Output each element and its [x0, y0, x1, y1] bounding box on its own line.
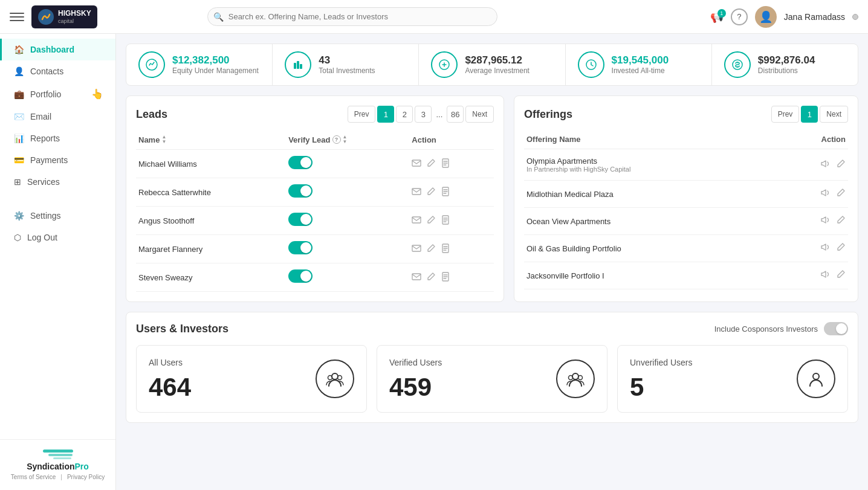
col-verify: Verify Lead ? ▲▼	[286, 130, 409, 150]
document-action-icon[interactable]	[441, 272, 450, 283]
edit-action-icon[interactable]	[426, 243, 436, 255]
offerings-page-1[interactable]: 1	[801, 106, 818, 123]
verify-toggle[interactable]	[288, 213, 313, 226]
offering-name: Olympia Apartments	[526, 156, 776, 166]
email-action-icon[interactable]	[412, 158, 421, 170]
envelope-icon: ✉️	[14, 112, 24, 121]
offering-name: Oil & Gas Building Portfolio	[526, 244, 776, 253]
email-action-icon[interactable]	[412, 187, 421, 198]
status-indicator	[852, 14, 858, 20]
users-header: Users & Investors Include Cosponsors Inv…	[136, 322, 848, 335]
leads-page-86[interactable]: 86	[447, 106, 464, 123]
sidebar: 🏠 Dashboard 👤 Contacts 💼 Portfolio 👆 ✉️ …	[0, 34, 116, 490]
leads-prev-button[interactable]: Prev	[348, 106, 376, 123]
sidebar-item-portfolio[interactable]: 💼 Portfolio 👆	[0, 82, 115, 106]
stat-investments: 43 Total Investments	[273, 44, 419, 85]
user-card-icon	[316, 359, 354, 398]
invested-label: Invested All-time	[612, 66, 669, 75]
document-action-icon[interactable]	[441, 158, 450, 170]
announce-action-icon[interactable]	[820, 188, 830, 200]
leads-table-row: Steven Sweazy	[136, 263, 494, 292]
users-title: Users & Investors	[136, 323, 228, 335]
edit-action-icon[interactable]	[426, 187, 436, 198]
edit-offering-icon[interactable]	[836, 159, 846, 171]
sidebar-brand: SyndicationPro Terms of Service | Privac…	[0, 439, 115, 485]
announce-action-icon[interactable]	[820, 269, 830, 282]
edit-action-icon[interactable]	[426, 215, 436, 227]
leads-header: Leads Prev 1 2 3 ... 86 Next	[136, 106, 494, 123]
offering-col-name: Offering Name	[524, 130, 778, 149]
privacy-link[interactable]: Privacy Policy	[67, 474, 105, 480]
credit-card-icon: 💳	[14, 155, 24, 165]
offerings-prev-button[interactable]: Prev	[771, 106, 800, 123]
svg-rect-14	[412, 245, 421, 251]
user-card-count: 459	[389, 375, 442, 400]
document-action-icon[interactable]	[441, 243, 450, 255]
svg-rect-12	[412, 217, 421, 223]
lead-name: Angus Stoothoff	[138, 216, 194, 225]
distributions-icon	[724, 51, 751, 78]
search-input[interactable]	[207, 7, 497, 26]
sidebar-item-reports[interactable]: 📊 Reports	[0, 127, 115, 149]
lead-name: Steven Sweazy	[138, 273, 193, 282]
svg-rect-2	[294, 63, 296, 69]
email-action-icon[interactable]	[412, 215, 421, 227]
svg-rect-3	[297, 61, 299, 69]
leads-title: Leads	[136, 108, 167, 121]
sidebar-item-email[interactable]: ✉️ Email	[0, 106, 115, 127]
sidebar-item-services[interactable]: ⊞ Services	[0, 171, 115, 193]
terms-link[interactable]: Terms of Service	[11, 474, 56, 480]
edit-offering-icon[interactable]	[836, 188, 846, 200]
sidebar-item-payments[interactable]: 💳 Payments	[0, 149, 115, 171]
user-card-all-users: All Users 464	[136, 345, 367, 413]
gear-icon: ⚙️	[14, 211, 24, 221]
notification-icon[interactable]: 📢 1	[710, 10, 724, 24]
avatar: 👤	[755, 6, 777, 28]
leads-table-row: Margaret Flannery	[136, 235, 494, 263]
edit-offering-icon[interactable]	[836, 269, 846, 282]
grid-icon: ⊞	[14, 177, 21, 187]
user-card-count: 5	[630, 375, 692, 400]
verify-toggle[interactable]	[288, 184, 313, 198]
offering-table-row: Olympia Apartments In Partnership with H…	[524, 149, 848, 181]
sidebar-item-contacts[interactable]: 👤 Contacts	[0, 60, 115, 82]
hamburger-menu[interactable]	[10, 10, 24, 24]
sidebar-item-logout[interactable]: ⬡ Log Out	[0, 227, 115, 248]
cosponsor-toggle[interactable]	[824, 322, 848, 335]
svg-rect-16	[412, 274, 421, 280]
announce-action-icon[interactable]	[820, 159, 830, 171]
offering-name: Jacksonville Portfolio I	[526, 271, 776, 280]
verify-toggle[interactable]	[288, 156, 313, 169]
user-card-unverified-users: Unverified Users 5	[617, 345, 848, 413]
verify-toggle[interactable]	[288, 269, 313, 283]
announce-action-icon[interactable]	[820, 242, 830, 254]
users-cards: All Users 464 Verified Users 459 Unverif…	[136, 345, 848, 413]
announce-action-icon[interactable]	[820, 215, 830, 227]
sidebar-item-dashboard[interactable]: 🏠 Dashboard	[0, 39, 115, 60]
email-action-icon[interactable]	[412, 243, 421, 255]
leads-page-3[interactable]: 3	[415, 106, 432, 123]
document-action-icon[interactable]	[441, 187, 450, 198]
terms-links: Terms of Service | Privacy Policy	[11, 474, 105, 480]
help-icon[interactable]: ?	[731, 8, 748, 25]
person-icon: 👤	[14, 66, 24, 76]
user-card-icon	[797, 359, 835, 398]
leads-next-button[interactable]: Next	[465, 106, 494, 123]
stat-distributions: $992,876.04 Distributions	[712, 44, 858, 85]
leads-page-2[interactable]: 2	[396, 106, 413, 123]
document-action-icon[interactable]	[441, 215, 450, 227]
edit-offering-icon[interactable]	[836, 215, 846, 227]
offerings-next-button[interactable]: Next	[820, 106, 848, 123]
user-name: Jana Ramadass	[784, 12, 845, 22]
edit-offering-icon[interactable]	[836, 242, 846, 254]
svg-rect-8	[412, 160, 421, 166]
verify-toggle[interactable]	[288, 241, 313, 254]
invested-icon	[578, 51, 604, 78]
sidebar-item-settings[interactable]: ⚙️ Settings	[0, 205, 115, 227]
svg-point-21	[572, 373, 578, 379]
edit-action-icon[interactable]	[426, 158, 436, 170]
email-action-icon[interactable]	[412, 272, 421, 283]
edit-action-icon[interactable]	[426, 272, 436, 283]
leads-page-1[interactable]: 1	[377, 106, 394, 123]
main-content: $12,382,500 Equity Under Management 43 T…	[116, 34, 868, 490]
